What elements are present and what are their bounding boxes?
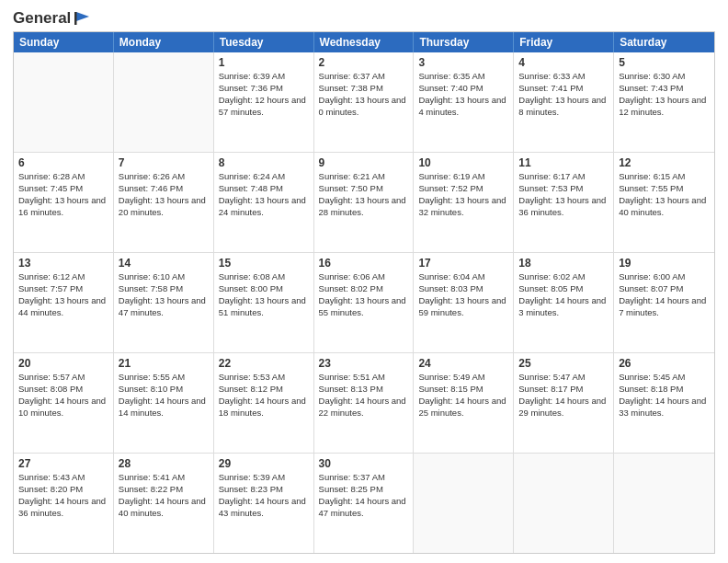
calendar-week-1: 1Sunrise: 6:39 AMSunset: 7:36 PMDaylight… (14, 52, 714, 152)
daylight-text: Daylight: 13 hours and 12 minutes. (619, 95, 710, 119)
svg-rect-1 (74, 12, 77, 25)
daylight-text: Daylight: 13 hours and 59 minutes. (418, 295, 508, 319)
day-number: 1 (219, 55, 309, 70)
logo: General (13, 9, 89, 26)
empty-cell (514, 454, 614, 553)
sunrise-text: Sunrise: 5:57 AM (18, 372, 108, 384)
calendar-header: SundayMondayTuesdayWednesdayThursdayFrid… (14, 32, 714, 52)
day-number: 15 (219, 256, 309, 270)
daylight-text: Daylight: 14 hours and 22 minutes. (319, 396, 409, 419)
day-cell-9: 9Sunrise: 6:21 AMSunset: 7:50 PMDaylight… (314, 153, 415, 252)
day-number: 8 (219, 155, 309, 170)
sunset-text: Sunset: 8:17 PM (518, 384, 609, 396)
sunrise-text: Sunrise: 6:00 AM (619, 271, 710, 283)
sunrise-text: Sunrise: 6:04 AM (418, 271, 508, 283)
day-number: 29 (219, 456, 309, 471)
day-number: 22 (219, 356, 309, 371)
calendar-week-5: 27Sunrise: 5:43 AMSunset: 8:20 PMDayligh… (14, 453, 714, 553)
sunset-text: Sunset: 8:10 PM (119, 384, 209, 396)
day-cell-24: 24Sunrise: 5:49 AMSunset: 8:15 PMDayligh… (414, 353, 514, 453)
daylight-text: Daylight: 13 hours and 4 minutes. (418, 95, 508, 119)
day-number: 23 (319, 356, 409, 371)
day-cell-10: 10Sunrise: 6:19 AMSunset: 7:52 PMDayligh… (414, 153, 514, 252)
daylight-text: Daylight: 13 hours and 55 minutes. (319, 295, 409, 319)
sunset-text: Sunset: 7:43 PM (619, 83, 710, 95)
sunrise-text: Sunrise: 6:24 AM (219, 171, 309, 183)
sunset-text: Sunset: 7:50 PM (319, 183, 409, 195)
daylight-text: Daylight: 14 hours and 7 minutes. (619, 295, 710, 319)
day-cell-18: 18Sunrise: 6:02 AMSunset: 8:05 PMDayligh… (514, 253, 614, 352)
sunrise-text: Sunrise: 6:28 AM (18, 171, 108, 183)
sunrise-text: Sunrise: 5:53 AM (219, 372, 309, 384)
day-cell-8: 8Sunrise: 6:24 AMSunset: 7:48 PMDaylight… (214, 153, 314, 252)
sunrise-text: Sunrise: 5:37 AM (319, 472, 409, 484)
sunset-text: Sunset: 7:52 PM (418, 183, 508, 195)
day-cell-30: 30Sunrise: 5:37 AMSunset: 8:25 PMDayligh… (314, 454, 415, 553)
daylight-text: Daylight: 13 hours and 32 minutes. (418, 195, 508, 219)
day-header-sunday: Sunday (14, 32, 114, 52)
day-cell-17: 17Sunrise: 6:04 AMSunset: 8:03 PMDayligh… (414, 253, 514, 352)
daylight-text: Daylight: 13 hours and 28 minutes. (319, 195, 409, 219)
sunset-text: Sunset: 7:53 PM (518, 183, 609, 195)
sunset-text: Sunset: 7:36 PM (219, 83, 309, 95)
sunrise-text: Sunrise: 6:33 AM (518, 71, 609, 83)
day-number: 4 (518, 55, 609, 70)
sunset-text: Sunset: 7:48 PM (219, 183, 309, 195)
daylight-text: Daylight: 14 hours and 3 minutes. (518, 295, 609, 319)
daylight-text: Daylight: 14 hours and 29 minutes. (518, 396, 609, 419)
day-cell-11: 11Sunrise: 6:17 AMSunset: 7:53 PMDayligh… (514, 153, 614, 252)
daylight-text: Daylight: 14 hours and 25 minutes. (418, 396, 508, 419)
day-cell-22: 22Sunrise: 5:53 AMSunset: 8:12 PMDayligh… (214, 353, 314, 453)
sunrise-text: Sunrise: 5:39 AM (219, 472, 309, 484)
day-header-tuesday: Tuesday (214, 32, 314, 52)
day-cell-29: 29Sunrise: 5:39 AMSunset: 8:23 PMDayligh… (214, 454, 314, 553)
calendar-week-3: 13Sunrise: 6:12 AMSunset: 7:57 PMDayligh… (14, 252, 714, 352)
sunrise-text: Sunrise: 5:41 AM (119, 472, 209, 484)
sunset-text: Sunset: 8:23 PM (219, 484, 309, 496)
calendar-body: 1Sunrise: 6:39 AMSunset: 7:36 PMDaylight… (14, 52, 714, 553)
daylight-text: Daylight: 13 hours and 40 minutes. (619, 195, 710, 219)
daylight-text: Daylight: 13 hours and 16 minutes. (18, 195, 108, 219)
day-number: 21 (119, 356, 209, 371)
sunset-text: Sunset: 8:20 PM (18, 484, 108, 496)
sunrise-text: Sunrise: 6:37 AM (319, 71, 409, 83)
daylight-text: Daylight: 14 hours and 47 minutes. (319, 496, 409, 520)
daylight-text: Daylight: 13 hours and 51 minutes. (219, 295, 309, 319)
sunrise-text: Sunrise: 5:55 AM (119, 372, 209, 384)
sunset-text: Sunset: 8:05 PM (518, 283, 609, 295)
empty-cell (114, 52, 214, 152)
day-number: 11 (518, 155, 609, 170)
daylight-text: Daylight: 14 hours and 40 minutes. (119, 496, 209, 520)
day-cell-26: 26Sunrise: 5:45 AMSunset: 8:18 PMDayligh… (614, 353, 714, 453)
sunrise-text: Sunrise: 6:35 AM (418, 71, 508, 83)
sunset-text: Sunset: 8:03 PM (418, 283, 508, 295)
empty-cell (614, 454, 714, 553)
sunrise-text: Sunrise: 5:49 AM (418, 372, 508, 384)
daylight-text: Daylight: 13 hours and 36 minutes. (518, 195, 609, 219)
svg-marker-0 (76, 12, 89, 21)
day-number: 14 (119, 256, 209, 270)
day-cell-3: 3Sunrise: 6:35 AMSunset: 7:40 PMDaylight… (414, 52, 514, 152)
sunrise-text: Sunrise: 6:39 AM (219, 71, 309, 83)
logo-flag-icon (73, 11, 89, 26)
daylight-text: Daylight: 13 hours and 20 minutes. (119, 195, 209, 219)
day-header-wednesday: Wednesday (314, 32, 415, 52)
day-number: 26 (619, 356, 710, 371)
sunrise-text: Sunrise: 6:26 AM (119, 171, 209, 183)
sunrise-text: Sunrise: 6:02 AM (518, 271, 609, 283)
sunrise-text: Sunrise: 5:43 AM (18, 472, 108, 484)
day-header-friday: Friday (514, 32, 614, 52)
day-cell-7: 7Sunrise: 6:26 AMSunset: 7:46 PMDaylight… (114, 153, 214, 252)
sunset-text: Sunset: 7:40 PM (418, 83, 508, 95)
sunrise-text: Sunrise: 6:06 AM (319, 271, 409, 283)
day-number: 5 (619, 55, 710, 70)
sunset-text: Sunset: 7:55 PM (619, 183, 710, 195)
daylight-text: Daylight: 14 hours and 10 minutes. (18, 396, 108, 419)
daylight-text: Daylight: 13 hours and 47 minutes. (119, 295, 209, 319)
sunset-text: Sunset: 8:12 PM (219, 384, 309, 396)
sunset-text: Sunset: 8:13 PM (319, 384, 409, 396)
sunrise-text: Sunrise: 6:08 AM (219, 271, 309, 283)
sunrise-text: Sunrise: 5:45 AM (619, 372, 710, 384)
day-number: 19 (619, 256, 710, 270)
daylight-text: Daylight: 13 hours and 8 minutes. (518, 95, 609, 119)
